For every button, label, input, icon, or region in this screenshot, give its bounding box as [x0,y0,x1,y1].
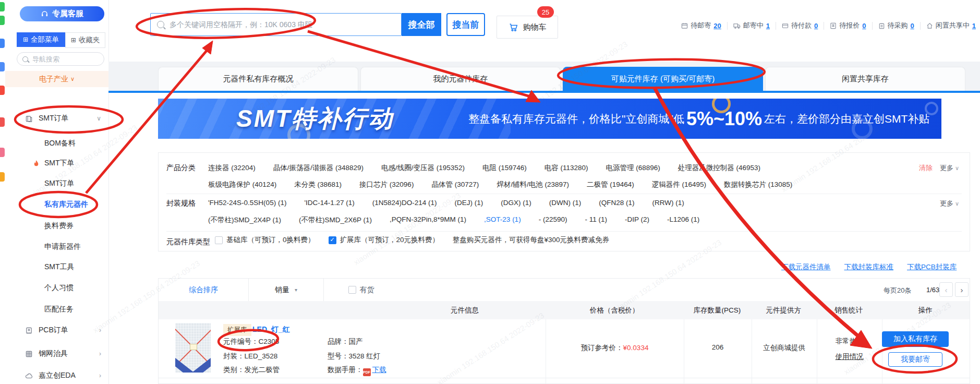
package-option[interactable]: (DGX) (1) [501,199,531,207]
tab-private-overview[interactable]: 元器件私有库存概况 [158,67,358,91]
tab-idle-share[interactable]: 闲置共享库存 [765,67,965,91]
sidebar-tab-all-menu[interactable]: ⊞ 全部菜单 [17,32,65,47]
dock-app-icon[interactable] [0,16,5,25]
category-option[interactable]: 电源管理 (68896) [606,163,660,173]
part-search-input[interactable] [168,20,395,29]
checkbox-unchecked[interactable] [348,286,356,294]
package-option[interactable]: (RRW) (1) [652,199,684,207]
sidebar-item-private-parts[interactable]: 私有库元器件 [5,194,108,215]
status-count[interactable]: 1 [766,22,770,30]
category-option[interactable]: 逻辑器件 (16495) [652,180,706,189]
category-option[interactable]: 板级电路保护 (40124) [208,180,276,189]
next-page-button[interactable]: › [955,282,969,297]
sidebar-item-pcb-order[interactable]: PCB订单 › [5,320,108,341]
package-option[interactable]: (QFN28 (1) [599,199,634,207]
package-option[interactable]: - (22590) [539,215,567,225]
sort-sales-button[interactable]: 销量 [249,279,324,301]
checkbox-checked[interactable] [329,236,336,244]
sidebar-item-stencil[interactable]: 钢网治具 › [5,343,108,364]
sidebar-item-smt-order-parent[interactable]: SMT订单 ∨ [5,108,108,129]
dock-app-icon[interactable] [0,86,5,95]
category-option[interactable]: 未分类 (38681) [294,180,342,189]
basic-library-option[interactable]: 基础库（可预订，0换料费） [215,235,315,245]
sidebar-item-smt-orders[interactable]: SMT订单 [5,173,108,194]
tab-mountable-parts[interactable]: 可贴元件库存 (可购买/可邮寄) [563,67,763,91]
add-to-private-library-button[interactable]: 加入私有库存 [882,331,949,347]
sidebar-item-match-task[interactable]: 匹配任务 [5,299,108,320]
package-option[interactable]: (DWN) (1) [549,199,581,207]
category-option[interactable]: 连接器 (32204) [208,163,256,173]
status-count[interactable]: 0 [911,22,914,30]
status-mailing[interactable]: 邮寄中1 [733,21,770,30]
package-option[interactable]: (DEJ) (1) [455,199,483,207]
sidebar-item-personal-habits[interactable]: 个人习惯 [5,278,108,298]
category-option[interactable]: 电阻 (159746) [482,163,527,173]
category-option[interactable]: 焊材/辅料/电池 (23897) [497,180,569,189]
package-option[interactable]: - 11 (1) [585,215,607,225]
dock-app-icon[interactable] [0,39,5,48]
category-option[interactable]: 电容 (113280) [545,163,588,173]
download-package-standard-link[interactable]: 下载封装库标准 [844,262,894,272]
in-stock-filter[interactable]: 有货 [324,279,398,301]
more-categories-button[interactable]: 更多 [940,163,959,173]
dock-app-icon[interactable] [0,172,5,182]
status-pending-mail[interactable]: 待邮寄20 [681,21,721,30]
usage-link[interactable]: 使用情况 [817,352,882,362]
dock-app-icon[interactable] [0,62,5,71]
status-count[interactable]: 0 [862,22,866,30]
cart-button[interactable]: 购物车 [497,16,558,39]
package-option-selected[interactable]: ,SOT-23 (1) [484,215,521,225]
promo-banner[interactable]: SMT特补行动 整盘备私有库存元器件，价格比"立创商城"低5%~10%左右，差价… [158,99,941,139]
package-option[interactable]: 'FH52-24S-0.5SH(05) (1) [208,199,286,207]
category-option[interactable]: 电感/线圈/变压器 (195352) [381,163,465,173]
category-option[interactable]: 晶体/振荡器/谐振器 (348829) [273,163,364,173]
industry-selector[interactable]: 电子产业∨ [5,71,108,87]
category-option[interactable]: 数据转换芯片 (13085) [724,180,792,189]
search-all-button[interactable]: 搜全部 [402,13,441,36]
status-count[interactable]: 20 [713,22,721,30]
customer-service-button[interactable]: 专属客服 [20,6,104,21]
dock-app-icon[interactable] [0,117,5,127]
download-pcb-library-link[interactable]: 下载PCB封装库 [907,262,957,272]
status-idle-sharing[interactable]: 闲置共享中1 [926,21,976,30]
package-option[interactable]: (不带柱)SMD_2X6P (1) [299,215,372,225]
datasheet-download-link[interactable]: 下载 [372,366,386,374]
sidebar-tab-favorites[interactable]: ⊞ 收藏夹 [65,32,105,48]
status-pending-payment[interactable]: 待付款0 [782,21,818,30]
download-parts-list-link[interactable]: 下载元器件清单 [781,262,831,272]
clear-button[interactable]: 清除 [919,163,933,173]
package-option[interactable]: -L1206 (1) [667,215,699,225]
part-search[interactable] [150,13,402,36]
package-option[interactable]: (1N5824)DO-214 (1) [372,199,437,207]
category-option[interactable]: 处理器及微控制器 (46953) [678,163,760,173]
sidebar-item-smt-place-order[interactable]: SMT下单 [5,153,108,174]
status-pending-purchase[interactable]: 待采购0 [878,21,914,30]
sidebar-item-exchange-coupon[interactable]: 换料费券 [5,215,108,236]
package-option[interactable]: (不带柱)SMD_2X4P (1) [208,215,281,225]
sidebar-item-smt-tools[interactable]: SMT工具 [5,257,108,278]
category-option[interactable]: 晶体管 (30727) [431,180,479,189]
sidebar-item-eda[interactable]: 嘉立创EDA › [5,365,108,384]
sidebar-item-bom[interactable]: BOM备料 [5,133,108,154]
dock-app-icon[interactable] [0,2,5,11]
package-option[interactable]: 'IDC-14-1.27 (1) [304,199,354,207]
category-option[interactable]: 二极管 (19464) [587,180,634,189]
package-option[interactable]: -DIP (2) [625,215,649,225]
sort-composite-button[interactable]: 综合排序 [159,279,249,301]
prev-page-button[interactable]: ‹ [939,282,953,297]
search-current-button[interactable]: 搜当前 [446,13,485,36]
request-mail-button[interactable]: 我要邮寄 [888,352,942,367]
part-photo[interactable] [175,323,211,373]
sidebar-item-apply-new-part[interactable]: 申请新器件 [5,236,108,257]
category-option[interactable]: 接口芯片 (32096) [359,180,414,189]
extended-library-option[interactable]: 扩展库（可预订，20元换料费） [329,235,440,245]
tab-my-parts[interactable]: 我的元器件库存 [360,67,561,91]
part-name-link[interactable]: LED_灯_红 [252,325,290,334]
status-pending-quote[interactable]: 待报价0 [830,21,866,30]
more-packages-button[interactable]: 更多 [940,199,959,208]
status-count[interactable]: 1 [972,22,976,30]
checkbox-unchecked[interactable] [215,236,223,244]
status-count[interactable]: 0 [814,22,818,30]
package-option[interactable]: ,PQFN-32Pin,8*9MM (1) [390,215,466,225]
nav-search-input[interactable] [31,55,91,64]
